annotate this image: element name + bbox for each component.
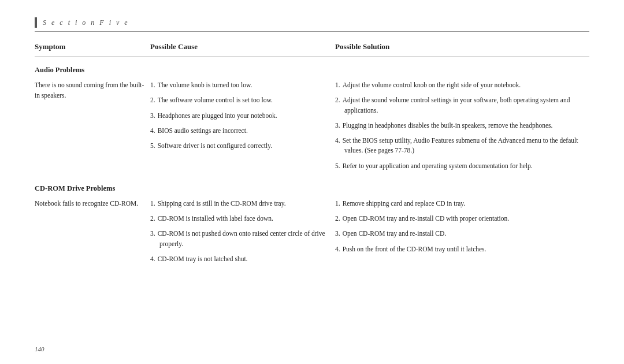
list-item: 5.Software driver is not configured corr… bbox=[150, 141, 330, 151]
cdrom-solutions: 1.Remove shipping card and replace CD in… bbox=[335, 196, 589, 272]
list-item: 2.CD-ROM is installed with label face do… bbox=[150, 214, 330, 224]
list-item: 4.CD-ROM tray is not latched shut. bbox=[150, 254, 330, 264]
header-line-decoration bbox=[35, 17, 37, 28]
list-item: 4.BIOS audio settings are incorrect. bbox=[150, 126, 330, 136]
list-item: 2.Adjust the sound volume control settin… bbox=[335, 95, 585, 116]
list-item: 1.Shipping card is still in the CD-ROM d… bbox=[150, 199, 330, 209]
main-table: Symptom Possible Cause Possible Solution… bbox=[35, 42, 589, 272]
list-item: 1.Remove shipping card and replace CD in… bbox=[335, 199, 585, 209]
page: S e c t i o n F i v e Symptom Possible C… bbox=[0, 0, 624, 364]
list-item: 4.Push on the front of the CD-ROM tray u… bbox=[335, 244, 585, 254]
list-item: 3.Open CD-ROM tray and re-install CD. bbox=[335, 229, 585, 239]
list-item: 3.Plugging in headphones disables the bu… bbox=[335, 121, 585, 131]
cdrom-cause-list: 1.Shipping card is still in the CD-ROM d… bbox=[150, 199, 330, 264]
cdrom-symptom: Notebook fails to recognize CD-ROM. bbox=[35, 196, 150, 272]
col-header-solution: Possible Solution bbox=[335, 42, 589, 57]
page-header: S e c t i o n F i v e bbox=[35, 17, 589, 32]
audio-solutions: 1.Adjust the volume control knob on the … bbox=[335, 78, 589, 179]
list-item: 2.Open CD-ROM tray and re-install CD wit… bbox=[335, 214, 585, 224]
audio-solution-list: 1.Adjust the volume control knob on the … bbox=[335, 80, 585, 171]
list-item: 2.The software volume control is set too… bbox=[150, 95, 330, 105]
audio-symptom: There is no sound coming from the built-… bbox=[35, 78, 150, 179]
cdrom-solution-list: 1.Remove shipping card and replace CD in… bbox=[335, 199, 585, 254]
section-title: S e c t i o n F i v e bbox=[43, 18, 129, 27]
list-item: 1.The volume knob is turned too low. bbox=[150, 80, 330, 90]
list-item: 4.Set the BIOS setup utility, Audio Feat… bbox=[335, 136, 585, 156]
list-item: 3.CD-ROM is not pushed down onto raised … bbox=[150, 229, 330, 249]
audio-cause-list: 1.The volume knob is turned too low. 2.T… bbox=[150, 80, 330, 151]
list-item: 5.Refer to your application and operatin… bbox=[335, 161, 585, 171]
section-label-cdrom: CD-ROM Drive Problems bbox=[35, 179, 589, 196]
section-label-audio: Audio Problems bbox=[35, 60, 589, 78]
cdrom-causes: 1.Shipping card is still in the CD-ROM d… bbox=[150, 196, 335, 272]
col-header-cause: Possible Cause bbox=[150, 42, 335, 57]
list-item: 3.Headphones are plugged into your noteb… bbox=[150, 111, 330, 121]
col-header-symptom: Symptom bbox=[35, 42, 150, 57]
list-item: 1.Adjust the volume control knob on the … bbox=[335, 80, 585, 90]
page-number: 140 bbox=[35, 346, 44, 352]
audio-causes: 1.The volume knob is turned too low. 2.T… bbox=[150, 78, 335, 179]
